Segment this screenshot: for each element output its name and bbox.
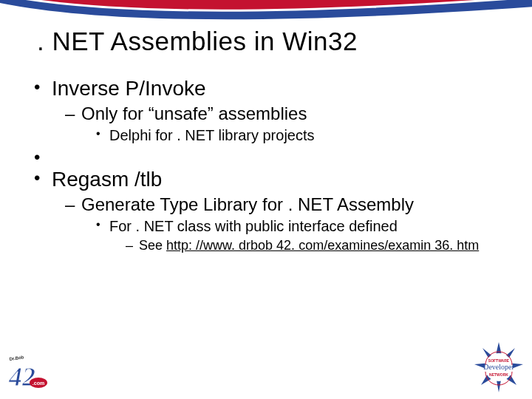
sdn-badge-icon: SOFTWARE Developer NETWORK	[471, 340, 526, 395]
bullet-generate-tlb: Generate Type Library for . NET Assembly…	[65, 194, 510, 253]
badge-text-network: NETWORK	[489, 372, 508, 377]
slide-content: . NET Assemblies in Win32 Inverse P/Invo…	[0, 0, 532, 399]
bullet-text: For . NET class with public interface de…	[109, 218, 398, 234]
logo-com-text: .com	[33, 381, 44, 386]
bullet-text: Only for “unsafe” assemblies	[81, 103, 307, 123]
bullet-see-link: See http: //www. drbob 42. com/examines/…	[126, 238, 510, 253]
bullet-text: Delphi for . NET library projects	[109, 127, 315, 143]
bullet-regasm: Regasm /tlb Generate Type Library for . …	[34, 168, 510, 253]
badge-text-developer: Developer	[483, 363, 514, 371]
bullet-unsafe: Only for “unsafe” assemblies Delphi for …	[65, 103, 510, 144]
bullet-text: Inverse P/Invoke	[52, 77, 206, 100]
bullet-text: Regasm /tlb	[52, 168, 162, 191]
bullet-delphi-library: Delphi for . NET library projects	[96, 127, 510, 144]
reference-link[interactable]: http: //www. drbob 42. com/examines/exam…	[166, 238, 479, 253]
drbob42-logo: Dr.Bob 42 .com	[7, 352, 49, 393]
link-prefix: See	[139, 238, 166, 253]
bullet-inverse-pinvoke: Inverse P/Invoke Only for “unsafe” assem…	[34, 77, 510, 144]
logo-drbob-text: Dr.Bob	[9, 355, 24, 361]
spacer	[34, 147, 510, 165]
bullet-public-interface: For . NET class with public interface de…	[96, 218, 510, 253]
logo-42-text: 42	[8, 362, 35, 392]
bullet-text: Generate Type Library for . NET Assembly	[81, 194, 414, 214]
slide-title: . NET Assemblies in Win32	[37, 27, 510, 56]
